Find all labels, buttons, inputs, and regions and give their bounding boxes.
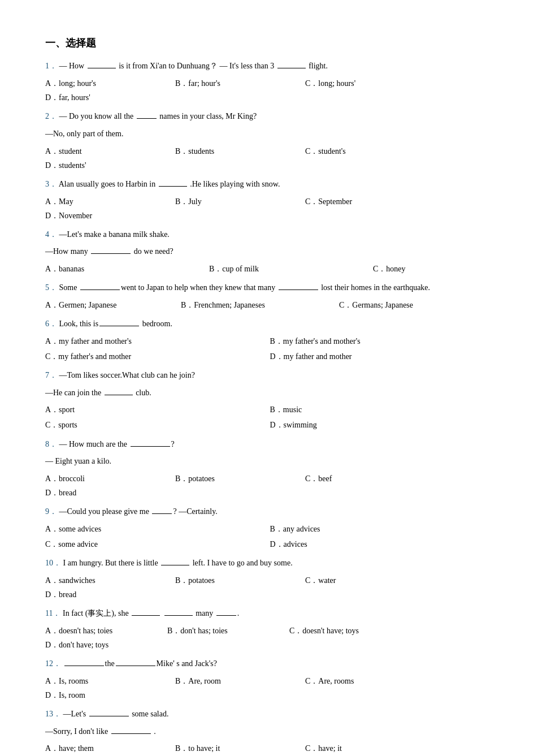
q11-optC: C．doesn't have; toys [289,624,408,638]
q3-optB: B．July [175,195,299,209]
q13-text: —Let's some salad. [61,710,168,718]
question-10: 10． I am hungry. But there is little lef… [45,556,489,602]
q3-text: Alan usually goes to Harbin in .He likes… [57,180,280,188]
q5-text: Some went to Japan to help when they kne… [57,283,430,292]
q10-optA: A．sandwiches [45,573,170,587]
q10-num: 10． [45,559,61,567]
q10-optB: B．potatoes [175,573,299,587]
q1-num: 1． [45,62,57,70]
q8-optD: D．bread [45,486,170,500]
q8-optC: C．beef [305,472,429,486]
q5-optB: B．Frenchmen; Japaneses [181,298,328,312]
q1-optB: B．far; hour's [175,76,299,90]
q6-num: 6． [45,319,57,328]
q12-optC: C．Are, rooms [305,674,429,688]
question-6: 6． Look, this is bedroom. A．my father an… [45,317,489,364]
q9-optD: D．advices [270,537,489,551]
q2-optD: D．students' [45,158,170,172]
q13-optA: A．have; them [45,741,170,755]
q4-optB: B．cup of milk [209,262,367,276]
q6-text: Look, this is bedroom. [57,319,172,328]
q10-optC: C．water [305,573,429,587]
q12-num: 12． [45,659,61,668]
question-3: 3． Alan usually goes to Harbin in .He li… [45,177,489,223]
q3-options: A．May B．July C．September D．November [45,195,489,223]
q2-line2: —No, only part of them. [45,127,489,142]
q7-options: A．sport B．music C．sports D．swimming [45,403,489,432]
question-13: 13． —Let's some salad. —Sorry, I don't l… [45,707,489,756]
q9-options: A．some advices B．any advices C．some advi… [45,522,489,551]
q7-optC: C．sports [45,418,264,432]
section-title: 一、选择题 [45,34,489,52]
q7-optA: A．sport [45,403,264,417]
q1-optA: A．long; hour's [45,76,170,90]
q2-optC: C．student's [305,144,429,158]
question-9: 9． —Could you please give me ? —Certainl… [45,504,489,551]
q1-optD: D．far, hours' [45,90,170,105]
q8-optA: A．broccoli [45,472,170,486]
q8-line2: — Eight yuan a kilo. [45,454,489,469]
q4-num: 4． [45,230,57,239]
q7-text: —Tom likes soccer.What club can he join? [57,371,195,379]
q11-text: In fact (事实上), she many . [60,609,239,617]
question-7: 7． —Tom likes soccer.What club can he jo… [45,368,489,433]
q13-num: 13． [45,710,61,718]
q8-num: 8． [45,440,57,448]
q12-options: A．Is, rooms B．Are, room C．Are, rooms D．I… [45,674,489,702]
q8-text: — How much are the ? [57,440,175,448]
q5-optA: A．Germen; Japanese [45,298,170,312]
q5-optC: C．Germans; Japanese [339,298,413,312]
q2-text: — Do you know all the names in your clas… [57,112,257,120]
q13-optB: B．to have; it [175,741,299,755]
q13-optC: C．have; it [305,741,429,755]
q9-optC: C．some advice [45,537,264,551]
q6-optD: D．my father and mother [270,349,489,364]
q10-text: I am hungry. But there is little left. I… [61,559,293,567]
q4-options: A．bananas B．cup of milk C．honey [45,262,489,276]
q2-num: 2． [45,112,57,120]
q9-num: 9． [45,507,57,516]
q3-num: 3． [45,180,57,188]
q6-optB: B．my father's and mother's [270,334,489,348]
q3-optC: C．September [305,195,429,209]
question-8: 8． — How much are the ? — Eight yuan a k… [45,437,489,500]
question-11: 11． In fact (事实上), she many . A．doesn't … [45,606,489,652]
q1-options: A．long; hour's B．far; hour's C．long; hou… [45,76,489,105]
q2-options: A．student B．students C．student's D．stude… [45,144,489,172]
q4-line2: —How many do we need? [45,244,489,260]
question-5: 5． Some went to Japan to help when they … [45,280,489,312]
q8-options: A．broccoli B．potatoes C．beef D．bread [45,472,489,500]
q12-optD: D．Is, room [45,688,170,702]
q12-optA: A．Is, rooms [45,674,170,688]
q11-num: 11． [45,609,60,617]
q13-options: A．have; them B．to have; it C．have; it D．… [45,741,489,756]
q7-line2: —He can join the club. [45,386,489,401]
q8-optB: B．potatoes [175,472,299,486]
q6-optA: A．my father and mother's [45,334,264,348]
q10-options: A．sandwiches B．potatoes C．water D．bread [45,573,489,602]
q9-optA: A．some advices [45,522,264,536]
q11-optB: B．don't has; toies [167,624,286,638]
q3-optA: A．May [45,195,170,209]
q11-options: A．doesn't has; toies B．don't has; toies … [45,624,489,652]
q2-optB: B．students [175,144,299,158]
q12-text: theMike' s and Jack's? [61,659,217,668]
question-12: 12． theMike' s and Jack's? A．Is, rooms B… [45,656,489,702]
question-4: 4． —Let's make a banana milk shake. —How… [45,227,489,276]
q12-optB: B．Are, room [175,674,299,688]
q11-optA: A．doesn't has; toies [45,624,164,638]
q2-optA: A．student [45,144,170,158]
q4-optC: C．honey [373,262,406,276]
q10-optD: D．bread [45,587,170,602]
q5-options: A．Germen; Japanese B．Frenchmen; Japanese… [45,298,489,312]
q1-optC: C．long; hours' [305,76,429,90]
q7-optD: D．swimming [270,418,489,432]
q13-line2: —Sorry, I don't like . [45,724,489,740]
q9-text: —Could you please give me ? —Certainly. [57,507,218,516]
q7-num: 7． [45,371,57,379]
q1-text: — How is it from Xi'an to Dunhuang？ — It… [57,62,328,70]
question-1: 1． — How is it from Xi'an to Dunhuang？ —… [45,59,489,105]
q7-optB: B．music [270,403,489,417]
q3-optD: D．November [45,209,170,223]
q9-optB: B．any advices [270,522,489,536]
